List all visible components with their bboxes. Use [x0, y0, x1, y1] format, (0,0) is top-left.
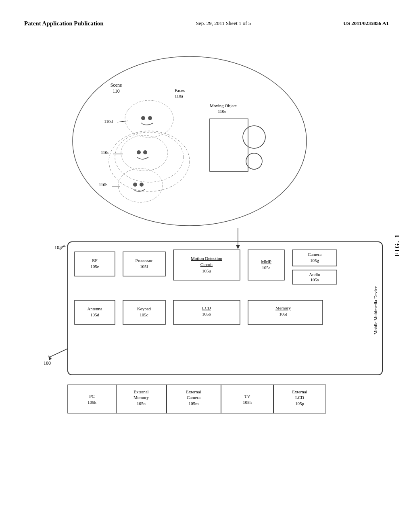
faces-oval-outer — [109, 131, 190, 191]
antenna-ref: 105d — [90, 312, 100, 317]
keypad-ref: 105c — [140, 312, 148, 317]
audio-label: Audio — [309, 272, 320, 277]
moving-object-ref: 110e — [218, 109, 226, 114]
ext-memory-label1: External — [133, 389, 148, 394]
ref-110b: 110b — [99, 182, 108, 187]
lcd-label: LCD — [202, 305, 211, 310]
publication-number: US 2011/0235856 A1 — [343, 20, 389, 27]
arrow-100-line — [50, 349, 68, 357]
rf-ref: 105e — [90, 264, 99, 269]
moving-object-rect — [210, 119, 248, 171]
eye-right-110d — [148, 116, 152, 120]
mmp-ref: 105a — [262, 265, 271, 270]
faces-oval-inner — [115, 132, 184, 182]
line-110d — [117, 121, 128, 122]
eye-left-110c — [137, 150, 141, 154]
page-header: Patent Application Publication Sep. 29, … — [24, 20, 389, 27]
mmp-label: MMP — [261, 259, 271, 264]
eye-right-110c — [143, 150, 147, 154]
mobile-device-label: Mobile Multimedia Device — [373, 286, 378, 335]
publication-info: Sep. 29, 2011 Sheet 1 of 5 — [196, 20, 251, 27]
audio-ref: 105s — [311, 277, 319, 282]
memory-ref: 105t — [279, 312, 287, 316]
moving-object-circle — [243, 126, 265, 148]
pc-label: PC — [89, 394, 94, 399]
eye-left-110b — [133, 183, 137, 187]
faces-label-text: Faces — [175, 88, 185, 93]
tv-box — [221, 385, 273, 413]
camera-ref: 105g — [310, 258, 319, 263]
motion-ref: 105u — [202, 268, 211, 273]
diagram-svg: Scene 110 Faces 110a Moving Object 110e … — [16, 44, 403, 520]
faces-ref-text: 110a — [175, 94, 183, 98]
motion-label1: Motion Detection — [191, 256, 222, 261]
ext-lcd-label2: LCD — [295, 395, 304, 400]
ext-camera-label2: Camera — [187, 395, 200, 400]
smile-110d — [141, 123, 153, 125]
ref-100-label: 100 — [44, 360, 51, 366]
tv-ref: 105h — [243, 400, 252, 405]
tv-label: TV — [244, 394, 250, 399]
publication-title: Patent Application Publication — [24, 20, 104, 27]
ext-camera-label1: External — [186, 389, 201, 394]
ref-110d: 110d — [104, 119, 113, 124]
rf-label: RF — [92, 258, 97, 263]
ext-camera-ref: 105m — [188, 401, 199, 406]
memory-label: Memory — [275, 305, 291, 310]
eye-right-110b — [140, 183, 144, 187]
ext-memory-ref: 105n — [137, 401, 146, 406]
ref-105-label: 105 — [54, 245, 62, 250]
antenna-label: Antenna — [87, 306, 102, 311]
ext-lcd-ref: 105p — [295, 401, 305, 406]
processor-label: Processor — [136, 258, 153, 263]
moving-object-label: Moving Object — [210, 103, 237, 108]
lcd-ref: 105b — [202, 312, 211, 316]
motion-label2: Circuit — [200, 262, 213, 267]
smile-110c — [137, 157, 148, 159]
scene-ref-text: 110 — [113, 88, 120, 94]
ext-lcd-label1: External — [292, 389, 307, 394]
moving-object-circle2 — [246, 153, 262, 169]
keypad-label: Keypad — [137, 306, 151, 311]
camera-label: Camera — [308, 252, 321, 257]
pc-box — [68, 385, 116, 413]
ext-memory-label2: Memory — [133, 395, 149, 400]
arrow-head — [236, 245, 240, 249]
scene-oval — [73, 56, 307, 226]
processor-ref: 105f — [140, 264, 148, 269]
ref-110c: 110c — [101, 150, 109, 155]
pc-ref: 105k — [88, 400, 97, 405]
scene-label-text: Scene — [111, 82, 122, 88]
eye-left-110d — [141, 116, 145, 120]
